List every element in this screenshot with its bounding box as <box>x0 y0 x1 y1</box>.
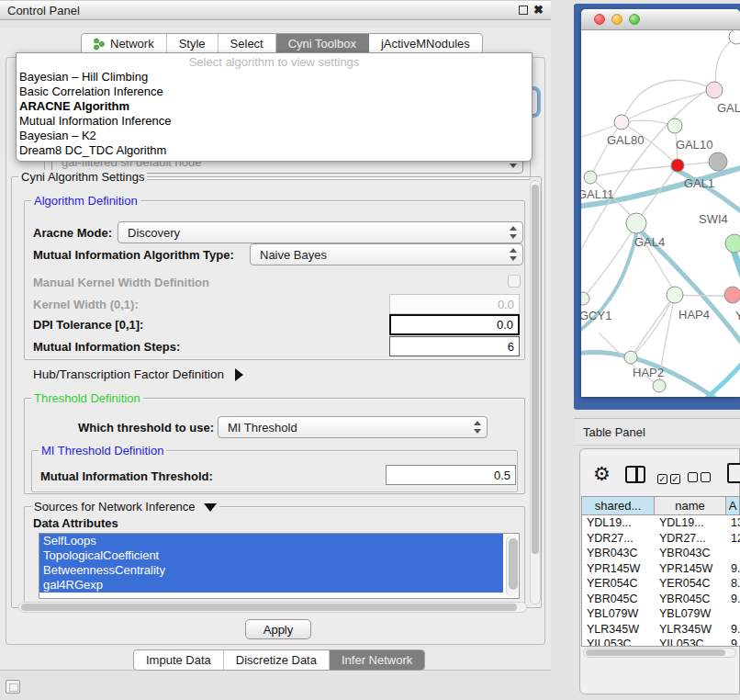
aracne-mode-combo[interactable]: Discovery <box>118 221 523 243</box>
table-row[interactable]: YBR045CYBR045C9. <box>582 592 740 607</box>
zoom-window-icon[interactable] <box>629 14 640 25</box>
close-panel-icon[interactable]: ✖ <box>533 6 544 15</box>
dpi-tolerance-field[interactable] <box>389 314 520 335</box>
attribute-item[interactable]: TopologicalCoefficient <box>39 548 503 563</box>
table-row[interactable]: YLR345WYLR345W9. <box>582 622 740 638</box>
network-edge[interactable] <box>708 354 740 397</box>
select-all-columns-icon[interactable]: ✓✓ <box>657 469 683 486</box>
aracne-mode-value: Discovery <box>128 226 180 240</box>
network-node-gal4[interactable] <box>626 213 646 233</box>
attribute-item[interactable]: gal4RGexp <box>39 578 503 593</box>
algorithm-option[interactable]: ARACNE Algorithm <box>17 99 532 114</box>
table-cell: 9. <box>726 622 740 638</box>
mi-threshold-group-title: MI Threshold Definition <box>39 444 166 457</box>
network-window: GALGAL80GAL10GAL1GAL11GAL4SWI4GCY1HAP4YH… <box>581 9 740 397</box>
table-cell: YLR345W <box>655 622 726 638</box>
which-threshold-value: MI Threshold <box>228 421 297 435</box>
tab-label: Discretize Data <box>236 653 317 667</box>
attributes-scrollbar[interactable] <box>506 536 518 596</box>
tab-select[interactable]: Select <box>219 34 276 53</box>
attribute-item[interactable]: BetweennessCentrality <box>39 563 503 578</box>
columns-icon[interactable] <box>625 466 645 483</box>
table-row[interactable]: YBL079WYBL079W <box>582 606 740 622</box>
docked-panel-icon[interactable] <box>6 680 20 694</box>
network-node[interactable] <box>653 379 666 392</box>
network-node-gal10[interactable] <box>667 119 682 133</box>
network-node-gal1[interactable] <box>671 159 684 172</box>
table-panel-header: Table Panel <box>574 418 740 446</box>
manual-kernel-label: Manual Kernel Width Definition <box>33 276 209 289</box>
aracne-mode-label: Aracne Mode: <box>33 226 112 240</box>
network-node-hap4[interactable] <box>667 287 683 303</box>
tab-discretize-data[interactable]: Discretize Data <box>224 650 330 670</box>
algorithm-option[interactable]: Mutual Information Inference <box>17 114 532 129</box>
tab-network[interactable]: Network <box>82 34 167 53</box>
document-icon[interactable] <box>727 463 740 483</box>
network-edge[interactable] <box>592 122 622 174</box>
tab-cyni-toolbox[interactable]: Cyni Toolbox <box>276 34 369 53</box>
collapsed-arrow-icon[interactable] <box>235 368 243 381</box>
network-node[interactable] <box>729 30 740 44</box>
table-cell: YBR045C <box>582 592 655 607</box>
table-row[interactable]: YDL19...YDL19...13 <box>582 515 740 531</box>
network-node-gal80[interactable] <box>614 115 629 130</box>
algorithm-option[interactable]: Dream8 DC_TDC Algorithm <box>17 143 532 158</box>
settings-hscrollbar[interactable] <box>18 602 527 613</box>
tab-jactivemnodules[interactable]: jActiveMNodules <box>369 34 482 53</box>
which-threshold-combo[interactable]: MI Threshold <box>218 416 488 438</box>
expanded-arrow-icon[interactable] <box>204 503 217 512</box>
network-edge[interactable] <box>715 37 736 85</box>
threshold-title: Threshold Definition <box>31 391 143 405</box>
table-row[interactable]: YER054CYER054C8. <box>582 576 740 592</box>
column-header-name[interactable]: name <box>655 497 726 514</box>
network-canvas[interactable]: GALGAL80GAL10GAL1GAL11GAL4SWI4GCY1HAP4YH… <box>581 30 740 397</box>
node-label: GAL4 <box>634 235 665 249</box>
table-row[interactable]: YIL053CYIL053C9 <box>582 637 740 647</box>
network-edge[interactable] <box>623 80 714 119</box>
attribute-item[interactable]: SelfLoops <box>39 534 503 548</box>
table-row[interactable]: YBR043CYBR043C <box>582 546 740 561</box>
network-node-gcy1[interactable] <box>581 292 589 305</box>
minimize-window-icon[interactable] <box>611 14 622 25</box>
algorithm-option[interactable]: Basic Correlation Inference <box>17 85 532 99</box>
float-panel-icon[interactable] <box>519 6 528 15</box>
table-cell: 9 <box>726 637 740 647</box>
sources-section[interactable]: Sources for Network Inference <box>31 500 219 514</box>
network-node-gal[interactable] <box>706 82 723 98</box>
network-node-y[interactable] <box>724 287 740 303</box>
algorithm-option[interactable]: Bayesian – K2 <box>17 129 532 143</box>
node-label: GAL11 <box>581 187 614 201</box>
tab-infer-network[interactable]: Infer Network <box>330 650 424 670</box>
network-node[interactable] <box>709 152 727 171</box>
manual-kernel-checkbox[interactable] <box>508 275 521 288</box>
node-table: shared...nameA YDL19...YDL19...13YDR27..… <box>581 496 740 647</box>
network-edge[interactable] <box>590 166 671 177</box>
sources-title: Sources for Network Inference <box>34 500 196 514</box>
control-panel-tabs: NetworkStyleSelectCyni ToolboxjActiveMNo… <box>81 33 483 54</box>
network-edge[interactable] <box>583 231 633 299</box>
deselect-all-columns-icon[interactable] <box>688 469 713 486</box>
tab-impute-data[interactable]: Impute Data <box>134 650 224 670</box>
close-window-icon[interactable] <box>594 14 605 25</box>
column-header-a[interactable]: A <box>726 497 740 514</box>
algorithm-option[interactable]: Bayesian – Hill Climbing <box>17 70 532 85</box>
tab-style[interactable]: Style <box>167 34 219 53</box>
kernel-width-field[interactable] <box>389 294 520 314</box>
mi-steps-field[interactable] <box>389 336 520 356</box>
network-node-hap2[interactable] <box>624 351 637 364</box>
network-node-gal11[interactable] <box>584 171 597 184</box>
apply-button[interactable]: Apply <box>245 619 311 639</box>
table-row[interactable]: YPR145WYPR145W9. <box>582 561 740 577</box>
combo-stepper-icon <box>509 226 517 239</box>
mi-type-combo[interactable]: Naive Bayes <box>250 243 523 265</box>
settings-scrollbar[interactable] <box>530 180 541 604</box>
gear-icon[interactable]: ⚙ <box>593 465 611 483</box>
hub-tf-section[interactable]: Hub/Transcription Factor Definition <box>33 367 243 381</box>
table-hscrollbar[interactable] <box>583 648 736 658</box>
network-node-swi4[interactable] <box>725 234 740 253</box>
table-cell: YPR145W <box>655 561 726 577</box>
table-row[interactable]: YDR27...YDR27...12 <box>582 531 740 547</box>
column-header-shared-[interactable]: shared... <box>582 497 655 514</box>
mi-threshold-field[interactable] <box>386 465 516 485</box>
table-cell: YBR045C <box>655 592 726 607</box>
